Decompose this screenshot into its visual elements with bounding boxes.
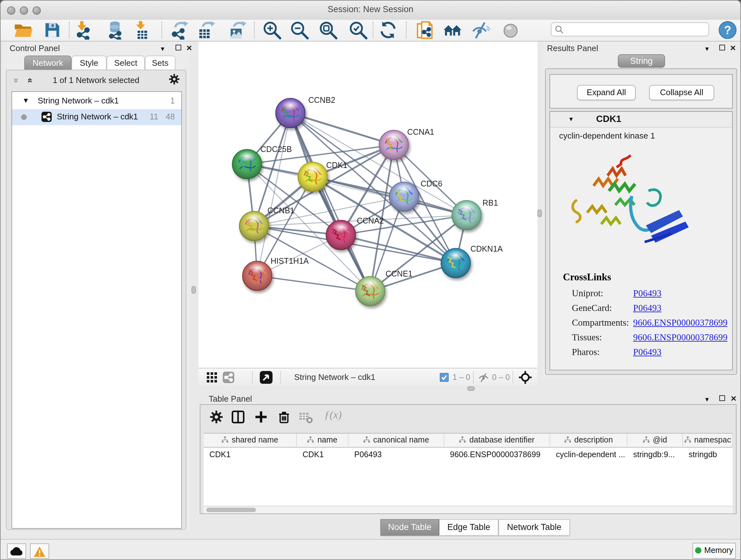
expand-all-button[interactable]: Expand All	[577, 85, 636, 100]
crosslink-value-link[interactable]: 9606.ENSP00000378699	[633, 317, 728, 328]
panel-menu-icon[interactable]: ▾	[705, 45, 709, 53]
tab-network[interactable]: Network	[24, 56, 71, 70]
left-splitter-handle[interactable]	[192, 286, 196, 294]
function-builder-icon[interactable]: ƒ(x)	[324, 409, 342, 422]
gene-collapse-icon[interactable]: ▾	[569, 115, 573, 123]
column-header[interactable]: name	[297, 434, 348, 448]
tab-edge-table[interactable]: Edge Table	[439, 519, 498, 536]
open-session-icon[interactable]	[13, 20, 32, 40]
tab-sets[interactable]: Sets	[145, 56, 176, 70]
import-network-icon[interactable]	[75, 20, 94, 40]
network-node-HIST1H1A[interactable]	[243, 261, 272, 291]
memory-button[interactable]: Memory	[692, 543, 736, 559]
share-view-icon[interactable]	[223, 372, 234, 386]
network-edge-HIST1H1A-CCNE1[interactable]	[257, 276, 370, 291]
cloud-button[interactable]	[7, 543, 26, 559]
column-type-icon	[684, 436, 691, 443]
network-collection-row[interactable]: ▼ String Network – cdk1 1	[12, 93, 181, 109]
crosshair-icon[interactable]	[519, 371, 532, 386]
network-node-CCNB2[interactable]	[276, 98, 305, 128]
network-node-CDKN1A[interactable]	[441, 248, 470, 278]
network-node-CCNA2[interactable]	[326, 220, 355, 250]
zoom-fit-icon[interactable]	[319, 20, 338, 40]
add-column-icon[interactable]	[253, 409, 269, 425]
hidden-eye-slash-icon[interactable]	[478, 372, 489, 386]
network-edge-CCNA2-CDKN1A[interactable]	[341, 235, 456, 263]
refresh-layout-icon[interactable]	[379, 20, 398, 40]
column-header[interactable]: database identifier	[444, 434, 550, 448]
panel-float-icon[interactable]	[719, 45, 725, 51]
panel-menu-icon[interactable]: ▾	[161, 45, 164, 53]
tab-node-table[interactable]: Node Table	[381, 519, 439, 536]
crosslink-value-link[interactable]: P06493	[633, 288, 662, 299]
gene-entry-header[interactable]: ▾ CDK1	[550, 112, 732, 128]
delete-table-icon[interactable]	[297, 409, 314, 425]
column-header[interactable]: shared name	[204, 434, 297, 448]
zoom-selected-icon[interactable]	[348, 20, 367, 40]
crosslink-value-link[interactable]: P06493	[633, 347, 662, 358]
delete-column-trash-icon[interactable]	[276, 409, 292, 425]
import-database-icon[interactable]	[106, 20, 125, 40]
network-node-CCNE1[interactable]	[355, 276, 385, 306]
network-node-CDC6[interactable]	[389, 182, 419, 211]
network-node-CCNA1[interactable]	[379, 130, 408, 160]
tab-string[interactable]: String	[618, 54, 665, 68]
save-session-icon[interactable]	[43, 20, 62, 40]
document-share-icon[interactable]	[415, 20, 434, 40]
network-canvas[interactable]: CCNB2CCNA1CDC25BCDK1CDC6RB1CCNB1CCNA2CDK…	[199, 42, 537, 368]
crosslink-label: Tissues:	[572, 332, 602, 343]
export-table-icon[interactable]	[196, 20, 215, 40]
help-icon[interactable]: ?	[718, 20, 737, 40]
warning-button[interactable]	[30, 543, 49, 559]
export-network-icon[interactable]	[170, 20, 189, 40]
network-node-RB1[interactable]	[452, 200, 481, 230]
selected-checkbox-icon[interactable]	[440, 373, 449, 384]
zoom-in-icon[interactable]	[262, 20, 281, 40]
grid-view-icon[interactable]	[206, 372, 218, 386]
tab-select[interactable]: Select	[107, 56, 145, 70]
column-type-icon	[221, 436, 228, 443]
column-header[interactable]: canonical name	[348, 434, 444, 448]
tab-style[interactable]: Style	[71, 56, 107, 70]
crosslink-row: Tissues:9606.ENSP00000378699	[550, 332, 733, 347]
network-row[interactable]: String Network – cdk1 11 48	[12, 109, 181, 125]
crosslink-value-link[interactable]: P06493	[633, 303, 662, 314]
table-horizontal-scrollbar[interactable]	[204, 506, 733, 513]
table-options-gear-icon[interactable]	[208, 409, 225, 425]
collection-expand-icon[interactable]: ▼	[22, 97, 29, 104]
crosslink-value-link[interactable]: 9606.ENSP00000378699	[633, 332, 728, 343]
panel-close-icon[interactable]: ×	[731, 395, 737, 402]
export-image-icon[interactable]	[227, 20, 246, 40]
panel-float-icon[interactable]	[719, 395, 725, 401]
search-input[interactable]	[567, 23, 706, 37]
network-view-toolbar: String Network – cdk1 1 – 0 0 – 0	[199, 368, 537, 386]
sphere-icon[interactable]	[501, 20, 520, 40]
network-options-gear-icon[interactable]	[169, 73, 180, 87]
column-header[interactable]: description	[550, 434, 627, 448]
birdseye-view-icon[interactable]	[260, 371, 273, 386]
network-edge-CCNB2-HIST1H1A[interactable]	[257, 113, 290, 276]
column-header[interactable]: @id	[627, 434, 683, 448]
panel-close-icon[interactable]: ×	[730, 44, 736, 52]
panel-close-icon[interactable]: ×	[186, 44, 192, 52]
network-node-CDC25B[interactable]	[232, 149, 262, 179]
bottom-splitter-handle[interactable]	[467, 386, 475, 391]
tab-network-table[interactable]: Network Table	[498, 519, 570, 536]
collapse-all-button[interactable]: Collapse All	[649, 85, 714, 100]
network-node-CDK1[interactable]	[298, 162, 327, 192]
zoom-out-icon[interactable]	[290, 20, 309, 40]
network-edge-CCNB2-CCNA1[interactable]	[290, 113, 394, 145]
panel-menu-icon[interactable]: ▾	[705, 395, 709, 403]
import-table-icon[interactable]	[133, 20, 152, 40]
right-splitter-handle[interactable]	[537, 209, 542, 217]
network-graph: CCNB2CCNA1CDC25BCDK1CDC6RB1CCNB1CCNA2CDK…	[199, 42, 537, 368]
column-header[interactable]: namespac	[683, 434, 733, 448]
panel-float-icon[interactable]	[176, 45, 181, 51]
show-columns-icon[interactable]	[230, 409, 246, 425]
network-node-CCNB1[interactable]	[239, 211, 269, 241]
homes-icon[interactable]	[443, 20, 462, 40]
node-label-CDK1: CDK1	[326, 161, 347, 170]
eye-slash-icon[interactable]	[472, 20, 491, 40]
scrollbar-thumb[interactable]	[206, 507, 256, 512]
search-field	[551, 22, 709, 37]
